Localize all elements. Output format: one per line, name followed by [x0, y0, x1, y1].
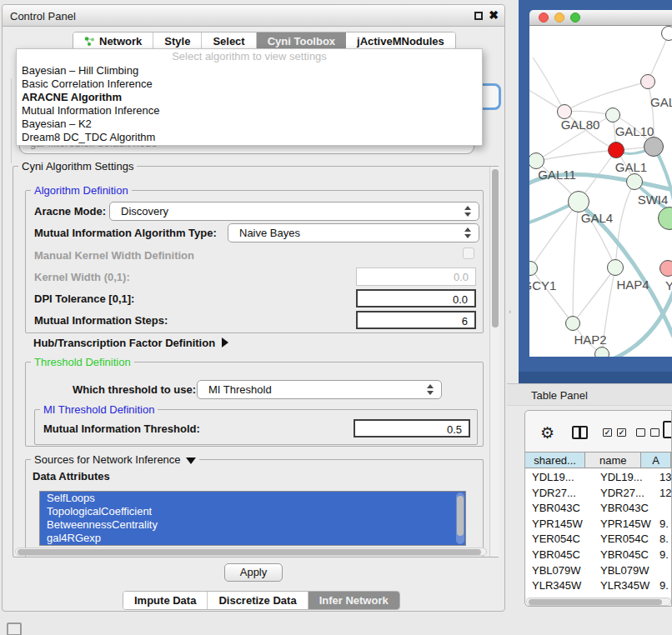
column-header-name[interactable]: name [585, 452, 641, 468]
float-window-icon[interactable] [474, 12, 483, 20]
scrollbar-thumb[interactable] [457, 496, 464, 536]
mi-threshold-label: Mutual Information Threshold: [43, 422, 200, 435]
network-node[interactable] [608, 142, 624, 158]
which-threshold-label: Which threshold to use: [73, 383, 196, 396]
control-panel-titlebar: Control Panel ✖ [3, 5, 504, 27]
network-node[interactable] [659, 260, 672, 277]
network-icon [84, 36, 95, 47]
desktop-bottom-strip [519, 372, 672, 383]
table-row[interactable]: YER054CYER054C8. [525, 531, 671, 547]
table-horizontal-scrollbar[interactable] [526, 598, 671, 606]
tab-discretize-data[interactable]: Discretize Data [208, 592, 308, 609]
aracne-mode-combo[interactable]: Discovery [109, 202, 479, 221]
table-row[interactable]: YBR045CYBR045C9. [525, 547, 671, 562]
algorithm-option-dream8-dc-tdc-algorithm[interactable]: Dream8 DC_TDC Algorithm [17, 131, 482, 144]
attribute-item-gal4rgexp[interactable]: gal4RGexp [40, 532, 465, 545]
tab-label: Network [99, 35, 142, 48]
network-node[interactable] [594, 347, 609, 357]
settings-vertical-scrollbar[interactable] [489, 167, 499, 557]
hub-factor-expander[interactable]: Hub/Transcription Factor Definition [33, 337, 228, 349]
node-label-gal11: GAL11 [538, 168, 576, 182]
network-node[interactable] [661, 26, 672, 41]
network-node[interactable] [568, 191, 589, 212]
table-cell: YPR145W [600, 516, 651, 532]
attribute-item-betweennesscentrality[interactable]: BetweennessCentrality [40, 518, 465, 532]
table-row[interactable]: YDR27...YDR27...12 [525, 485, 671, 501]
tab-jactivemnodules[interactable]: jActiveMNodules [346, 32, 455, 50]
network-node[interactable] [626, 173, 643, 190]
dpi-tolerance-field[interactable]: 0.0 [356, 289, 476, 308]
settings-horizontal-scrollbar[interactable] [15, 548, 487, 556]
attribute-item-topologicalcoefficient[interactable]: TopologicalCoefficient [40, 505, 465, 518]
close-traffic-light-icon[interactable] [539, 12, 549, 22]
network-node[interactable] [644, 137, 664, 157]
table-row[interactable]: YBR043CYBR043C [525, 500, 671, 516]
tab-select[interactable]: Select [202, 32, 256, 50]
minimized-panel-icon[interactable] [7, 622, 22, 635]
algorithm-dropdown-list: Bayesian – Hill ClimbingBasic Correlatio… [17, 64, 482, 144]
table-row[interactable]: YBL079WYBL079W [525, 562, 671, 578]
aracne-mode-value: Discovery [121, 205, 168, 218]
which-threshold-combo[interactable]: MI Threshold [197, 380, 442, 399]
gear-icon[interactable]: ⚙ [540, 423, 554, 442]
attribute-item-selfloops[interactable]: SelfLoops [40, 492, 465, 505]
apply-button[interactable]: Apply [224, 563, 283, 582]
mi-threshold-field[interactable]: 0.5 [354, 419, 470, 438]
columns-icon[interactable] [572, 426, 588, 439]
tab-network[interactable]: Network [73, 32, 153, 50]
table-row[interactable]: YPR145WYPR145W9. [525, 516, 671, 532]
tab-label: Impute Data [134, 594, 196, 607]
tab-cyni-toolbox[interactable]: Cyni Toolbox [257, 32, 346, 50]
algorithm-option-bayesian-k2[interactable]: Bayesian – K2 [17, 118, 482, 131]
tab-impute-data[interactable]: Impute Data [123, 592, 208, 609]
algorithm-option-basic-correlation-inference[interactable]: Basic Correlation Inference [17, 78, 482, 91]
mi-steps-label: Mutual Information Steps: [34, 314, 168, 327]
tab-infer-network[interactable]: Infer Network [308, 592, 399, 609]
node-label-gal4: GAL4 [581, 211, 613, 225]
tab-label: jActiveMNodules [357, 35, 444, 48]
split-pane-handle[interactable]: › [509, 308, 511, 316]
node-label-gal1: GAL1 [615, 160, 647, 174]
threshold-definition-group: Threshold Definition Which threshold to … [25, 362, 484, 447]
tab-style[interactable]: Style [153, 32, 202, 50]
scrollbar-thumb[interactable] [18, 549, 481, 555]
column-header-shared[interactable]: shared... [525, 452, 585, 468]
deselect-all-icon[interactable] [636, 428, 645, 437]
cyni-algorithm-settings-group: Cyni Algorithm Settings Algorithm Defini… [13, 166, 499, 558]
table-cell: 9. [659, 516, 669, 532]
column-header-a[interactable]: A [641, 452, 671, 468]
minimize-traffic-light-icon[interactable] [554, 12, 564, 22]
network-canvas[interactable]: GALGAL80GAL10GAL1GAL11SWI4GAL4GCY1HAP4YH… [529, 26, 672, 357]
select-all-check-icon[interactable]: ✓ [617, 428, 626, 437]
network-node[interactable] [640, 74, 655, 89]
control-panel-title: Control Panel [10, 10, 76, 22]
table-row[interactable]: YLR345WYLR345W9. [525, 578, 671, 593]
network-node[interactable] [607, 259, 624, 276]
table-row[interactable]: YDL19...YDL19...13 [525, 469, 671, 485]
scrollbar-thumb[interactable] [529, 599, 662, 605]
node-label-swi4: SWI4 [638, 192, 669, 207]
mi-steps-field[interactable]: 6 [356, 311, 476, 329]
algorithm-option-mutual-information-inference[interactable]: Mutual Information Inference [17, 104, 482, 118]
select-all-check-icon[interactable]: ✓ [603, 428, 612, 437]
algorithm-option-aracne-algorithm[interactable]: ARACNE Algorithm [17, 91, 482, 104]
network-node[interactable] [605, 108, 620, 122]
mi-algorithm-type-combo[interactable]: Naive Bayes [228, 223, 479, 242]
algorithm-option-bayesian-hill-climbing[interactable]: Bayesian – Hill Climbing [17, 64, 482, 78]
algorithm-definition-group: Algorithm Definition Aracne Mode: Discov… [25, 190, 484, 333]
tab-label: Infer Network [319, 594, 389, 607]
zoom-traffic-light-icon[interactable] [570, 12, 580, 22]
table-cell: 13 [659, 469, 671, 485]
network-window-titlebar[interactable] [529, 10, 672, 26]
mi-type-value: Naive Bayes [239, 227, 300, 239]
deselect-all-icon[interactable] [650, 428, 659, 437]
spinner-arrows-icon [464, 206, 472, 217]
network-node[interactable] [565, 316, 580, 331]
scrollbar-thumb[interactable] [492, 169, 499, 328]
node-label-gal: GAL [650, 95, 672, 109]
algorithm-dropdown: Select algorithm to view settings Bayesi… [16, 48, 483, 146]
list-scrollbar[interactable] [456, 492, 464, 544]
table-cell: 8. [659, 531, 669, 547]
file-icon[interactable] [663, 421, 672, 438]
close-icon[interactable]: ✖ [489, 8, 499, 22]
